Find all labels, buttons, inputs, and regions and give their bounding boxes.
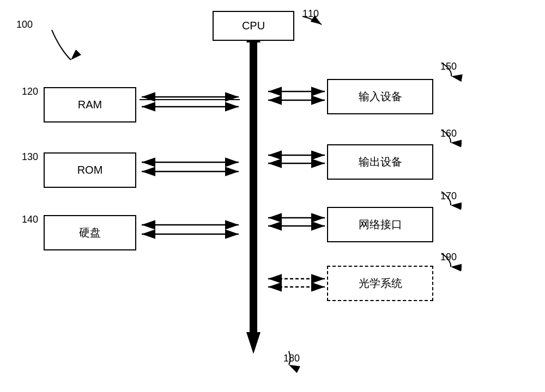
ref-170: 170	[440, 191, 457, 202]
input-device-box: 输入设备	[327, 79, 433, 114]
output-device-box: 输出设备	[327, 144, 433, 180]
ref-140: 140	[22, 214, 38, 225]
diagram-svg	[0, 0, 545, 392]
optical-box: 光学系统	[327, 266, 433, 301]
ram-label: RAM	[78, 99, 102, 111]
ref-100: 100	[16, 19, 33, 30]
ref-120: 120	[22, 86, 38, 97]
cpu-label: CPU	[242, 20, 265, 32]
input-device-label: 输入设备	[359, 89, 402, 104]
ram-box: RAM	[44, 87, 136, 122]
rom-label: ROM	[77, 164, 103, 176]
ref-160: 160	[440, 128, 457, 139]
svg-marker-6	[246, 332, 261, 354]
hdd-label: 硬盘	[79, 225, 101, 240]
ref-180: 180	[283, 353, 300, 364]
output-device-label: 输出设备	[359, 155, 402, 169]
cpu-box: CPU	[213, 11, 294, 41]
network-label: 网络接口	[359, 217, 402, 232]
rom-box: ROM	[44, 152, 136, 188]
network-box: 网络接口	[327, 207, 433, 242]
ref-110: 110	[302, 8, 319, 20]
ref-150: 150	[440, 61, 457, 72]
ref-190: 190	[440, 252, 457, 263]
ref-130: 130	[22, 151, 38, 163]
optical-label: 光学系统	[359, 276, 402, 291]
hdd-box: 硬盘	[44, 215, 136, 250]
diagram-container: CPU RAM ROM 硬盘 输入设备 输出设备 网络接口 光学系统 100 1…	[0, 0, 545, 392]
